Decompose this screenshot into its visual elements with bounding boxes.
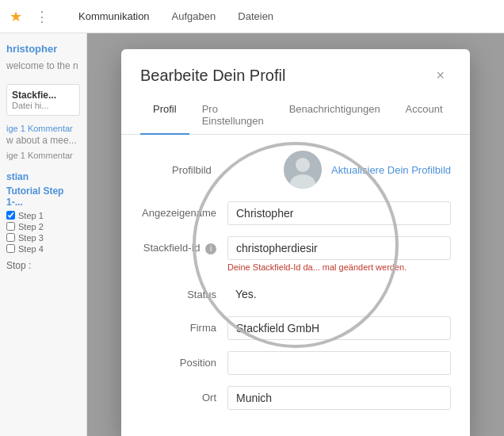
tutorial-title: Tutorial Step 1-...: [6, 185, 80, 208]
sidebar-comment1[interactable]: ige 1 Kommentar: [6, 124, 80, 133]
profile-image-row: Profilbild Aktualisiere Dein Profilbild: [140, 151, 451, 189]
field-ort: [227, 386, 451, 410]
form-row-name: Angezeigename: [140, 201, 451, 225]
sidebar-welcome: welcome to the n: [6, 59, 80, 73]
app-nav-tabs: Kommunikation Aufgaben Dateien: [69, 7, 283, 25]
tab-aufgaben[interactable]: Aufgaben: [162, 7, 226, 25]
tutorial-step-2: Step 2: [6, 222, 80, 231]
modal-overlay: Bearbeite Dein Profil × Profil Pro Einst…: [87, 33, 504, 436]
step1-checkbox[interactable]: [6, 211, 15, 220]
tab-dateien[interactable]: Dateien: [228, 7, 283, 25]
step4-checkbox[interactable]: [6, 244, 15, 253]
input-ort[interactable]: [227, 386, 451, 410]
stop-label: Stop :: [6, 260, 80, 271]
app-topbar: ★ ⋮ Kommunikation Aufgaben Dateien: [0, 0, 504, 33]
input-firma[interactable]: [227, 316, 451, 340]
app-sidebar: hristopher welcome to the n Stackfie... …: [0, 33, 87, 436]
field-firma: [227, 316, 451, 340]
svg-point-1: [296, 158, 310, 172]
form-row-position: Position: [140, 351, 451, 375]
tab-benachrichtigungen[interactable]: Benachrichtigungen: [277, 97, 393, 135]
modal-header: Bearbeite Dein Profil ×: [121, 49, 470, 86]
input-stackfield-id[interactable]: [227, 236, 451, 260]
label-status: Status: [140, 283, 227, 300]
star-icon: ★: [10, 8, 22, 25]
step1-label: Step 1: [18, 211, 44, 220]
input-angezeigename[interactable]: [227, 201, 451, 225]
label-firma: Firma: [140, 316, 227, 334]
form-row-status: Status Yes.: [140, 283, 451, 305]
tab-pro-einstellungen[interactable]: Pro Einstellungen: [189, 97, 277, 135]
app-background: ★ ⋮ Kommunikation Aufgaben Dateien hrist…: [0, 0, 504, 436]
profile-image-label: Profilbild: [140, 164, 212, 176]
tab-account[interactable]: Account: [393, 97, 456, 135]
sidebar-card1-sub: Datei hi...: [12, 101, 74, 110]
field-stackfield-id: Deine Stackfield-Id da... mal geändert w…: [227, 236, 451, 272]
sidebar-username1: hristopher: [6, 43, 80, 55]
tutorial-steps: Step 1 Step 2 Step 3 Step 4: [6, 211, 80, 254]
label-ort: Ort: [140, 386, 227, 403]
form-row-stackfield-id: Stackfield-Id i Deine Stackfield-Id da..…: [140, 236, 451, 272]
form-row-ort: Ort: [140, 386, 451, 410]
step2-label: Step 2: [18, 222, 44, 231]
tutorial-step-3: Step 3: [6, 233, 80, 243]
tab-kommunikation[interactable]: Kommunikation: [69, 7, 159, 25]
step2-checkbox[interactable]: [6, 222, 15, 231]
tutorial-step-1: Step 1: [6, 211, 80, 220]
modal-dialog: Bearbeite Dein Profil × Profil Pro Einst…: [121, 49, 470, 436]
profile-avatar: [284, 151, 322, 189]
step4-label: Step 4: [18, 244, 44, 254]
form-row-firma: Firma: [140, 316, 451, 340]
sidebar-username2: stian: [6, 171, 80, 182]
modal-close-button[interactable]: ×: [430, 65, 451, 86]
label-angezeigename: Angezeigename: [140, 201, 227, 219]
tab-profil[interactable]: Profil: [140, 97, 189, 135]
main-area: Bearbeite Dein Profil × Profil Pro Einst…: [87, 33, 504, 436]
app-content: hristopher welcome to the n Stackfie... …: [0, 33, 504, 436]
label-position: Position: [140, 351, 227, 369]
sidebar-card1: Stackfie... Datei hi...: [6, 84, 80, 116]
step3-checkbox[interactable]: [6, 233, 15, 242]
sidebar-chat: w about a mee...: [6, 135, 80, 146]
stackfield-id-info-icon[interactable]: i: [205, 243, 216, 254]
status-value: Yes.: [227, 283, 451, 305]
sidebar-comment2[interactable]: ige 1 Kommentar: [6, 151, 80, 160]
label-stackfield-id: Stackfield-Id i: [140, 236, 227, 254]
field-status: Yes.: [227, 283, 451, 305]
field-angezeigename: [227, 201, 451, 225]
more-icon: ⋮: [35, 8, 50, 25]
profile-update-link[interactable]: Aktualisiere Dein Profilbild: [331, 164, 451, 176]
modal-body: Profilbild Aktualisiere Dein Profilbild: [121, 135, 470, 436]
input-position[interactable]: [227, 351, 451, 375]
step3-label: Step 3: [18, 233, 44, 243]
modal-tabs: Profil Pro Einstellungen Benachrichtigun…: [121, 97, 470, 135]
stackfield-id-hint: Deine Stackfield-Id da... mal geändert w…: [227, 262, 451, 272]
tutorial-step-4: Step 4: [6, 244, 80, 254]
modal-title: Bearbeite Dein Profil: [140, 67, 285, 85]
field-position: [227, 351, 451, 375]
sidebar-card1-title: Stackfie...: [12, 90, 74, 101]
